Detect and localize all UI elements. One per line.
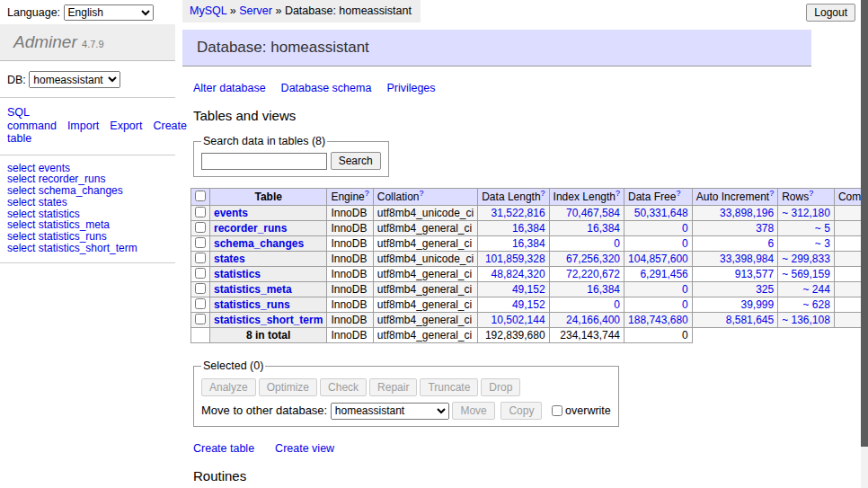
data-free-link[interactable]: 0 (682, 237, 688, 250)
row-checkbox[interactable] (195, 207, 206, 217)
index-length-link[interactable]: 67,256,320 (566, 253, 620, 265)
row-checkbox[interactable] (195, 314, 206, 324)
help-link[interactable]: ? (769, 189, 774, 198)
data-length-link[interactable]: 49,152 (512, 298, 545, 311)
data-free-link[interactable]: 0 (682, 222, 688, 235)
auto-increment-link[interactable]: 6 (767, 237, 774, 250)
auto-increment-link[interactable]: 39,999 (740, 298, 774, 311)
auto-increment-link[interactable]: 913,577 (735, 268, 774, 280)
data-free-link[interactable]: 50,331,648 (634, 207, 688, 219)
help-link[interactable]: ? (676, 189, 680, 198)
help-link[interactable]: ? (419, 189, 423, 198)
table-name-link[interactable]: statistics_runs (214, 298, 290, 311)
row-checkbox[interactable] (195, 253, 206, 263)
auto-increment-link[interactable]: 33,398,984 (720, 253, 774, 265)
drop-button[interactable]: Drop (481, 378, 520, 396)
index-length-link[interactable]: 72,220,672 (566, 268, 620, 280)
rows-link[interactable]: ~ 5 (815, 222, 830, 235)
export-link[interactable]: Export (110, 120, 142, 132)
rows-cell: ~ 244 (778, 282, 835, 297)
table-name-link[interactable]: statistics_meta (214, 283, 292, 296)
import-link[interactable]: Import (67, 120, 99, 132)
rows-link[interactable]: ~ 569,159 (782, 268, 830, 280)
index-length-link[interactable]: 0 (614, 237, 620, 250)
check-button[interactable]: Check (320, 378, 367, 396)
help-link[interactable]: ? (616, 189, 620, 198)
privileges-link[interactable]: Privileges (386, 82, 435, 94)
row-checkbox[interactable] (195, 283, 206, 294)
table-name-link[interactable]: states (214, 253, 245, 265)
index-length-link[interactable]: 16,384 (587, 222, 620, 235)
sidebar-select-link[interactable]: select schema_changes (7, 185, 168, 197)
row-checkbox[interactable] (195, 268, 206, 279)
rows-link[interactable]: ~ 136,108 (782, 314, 830, 326)
breadcrumb: MySQL » Server » Database: homeassistant (182, 0, 421, 22)
help-link[interactable]: ? (541, 189, 545, 198)
data-free-link[interactable]: 0 (682, 298, 688, 311)
sidebar-select-link[interactable]: select states (7, 197, 168, 209)
data-length-link[interactable]: 16,384 (512, 222, 545, 235)
auto-increment-link[interactable]: 33,898,196 (720, 207, 774, 219)
table-name-link[interactable]: recorder_runs (214, 222, 287, 235)
row-checkbox[interactable] (195, 237, 206, 248)
move-button[interactable]: Move (452, 402, 494, 420)
data-length-link[interactable]: 49,152 (512, 283, 545, 296)
data-length-link[interactable]: 31,522,816 (492, 207, 545, 219)
data-free-link[interactable]: 104,857,600 (628, 253, 688, 265)
help-link[interactable]: ? (365, 189, 369, 198)
overwrite-checkbox[interactable] (552, 405, 562, 416)
data-length-link[interactable]: 48,824,320 (492, 268, 545, 280)
auto-increment-link[interactable]: 325 (756, 283, 774, 296)
database-schema-link[interactable]: Database schema (281, 82, 372, 94)
sidebar-select-link[interactable]: select statistics_short_term (7, 243, 168, 254)
rows-link[interactable]: ~ 312,180 (782, 207, 830, 219)
adminer-home-link[interactable]: Adminer (13, 32, 77, 51)
data-length-link[interactable]: 16,384 (512, 237, 545, 250)
language-select[interactable]: English (64, 4, 154, 21)
data-length-link[interactable]: 101,859,328 (485, 253, 545, 265)
data-length-link[interactable]: 10,502,144 (492, 314, 545, 326)
truncate-button[interactable]: Truncate (420, 378, 478, 396)
move-db-select[interactable]: homeassistant (331, 403, 449, 420)
rows-link[interactable]: ~ 299,833 (782, 253, 830, 265)
breadcrumb-server-link[interactable]: Server (239, 4, 272, 17)
table-name-link[interactable]: statistics (214, 268, 261, 280)
rows-cell: ~ 5 (778, 221, 835, 236)
overwrite-label: overwrite (565, 404, 611, 417)
row-checkbox[interactable] (195, 222, 206, 233)
sql-command-link[interactable]: SQL command (7, 106, 57, 132)
rows-link[interactable]: ~ 244 (803, 283, 830, 296)
db-select[interactable]: homeassistant (29, 71, 120, 88)
scrollbar[interactable] (861, 0, 868, 488)
scrollbar-thumb[interactable] (861, 0, 868, 447)
breadcrumb-mysql-link[interactable]: MySQL (190, 4, 226, 17)
index-length-link[interactable]: 0 (614, 298, 620, 311)
table-name-link[interactable]: schema_changes (214, 237, 304, 250)
index-length-link[interactable]: 24,166,400 (566, 314, 620, 326)
table-name-cell: states (210, 252, 327, 267)
repair-button[interactable]: Repair (369, 378, 417, 396)
analyze-button[interactable]: Analyze (201, 378, 256, 396)
rows-link[interactable]: ~ 3 (815, 237, 830, 250)
alter-database-link[interactable]: Alter database (193, 82, 266, 94)
auto-increment-link[interactable]: 8,581,645 (726, 314, 774, 326)
search-input[interactable] (201, 153, 327, 170)
create-table-link[interactable]: Create table (193, 442, 254, 455)
auto-increment-link[interactable]: 378 (756, 222, 774, 235)
index-length-link[interactable]: 70,467,584 (566, 207, 620, 219)
rows-link[interactable]: ~ 628 (803, 298, 830, 311)
logout-button[interactable]: Logout (806, 4, 855, 22)
data-free-link[interactable]: 6,291,456 (640, 268, 687, 280)
copy-button[interactable]: Copy (500, 402, 542, 420)
table-name-link[interactable]: events (214, 207, 248, 219)
row-checkbox[interactable] (195, 298, 206, 309)
search-button[interactable]: Search (331, 152, 381, 170)
select-all-checkbox[interactable] (195, 191, 206, 201)
table-name-link[interactable]: statistics_short_term (214, 314, 323, 326)
create-view-link[interactable]: Create view (275, 442, 334, 455)
data-free-link[interactable]: 188,743,680 (628, 314, 688, 326)
data-free-link[interactable]: 0 (682, 283, 688, 296)
optimize-button[interactable]: Optimize (259, 378, 317, 396)
help-link[interactable]: ? (809, 189, 813, 198)
index-length-link[interactable]: 16,384 (587, 283, 620, 296)
